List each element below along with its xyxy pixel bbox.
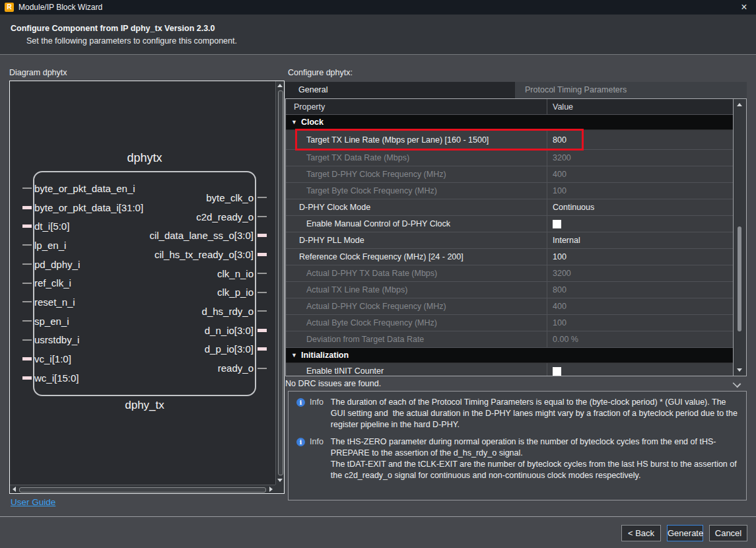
section-label: Initialization: [301, 351, 349, 360]
table-row-d-phy-clock-mode[interactable]: D-PHY Clock ModeContinuous: [286, 199, 733, 216]
collapse-triangle-icon[interactable]: ▼: [291, 352, 297, 359]
chevron-down-icon[interactable]: [733, 380, 741, 388]
output-ports: byte_clk_oc2d_ready_ocil_data_lane_ss_o[…: [88, 188, 254, 378]
bus-port-stub: [258, 329, 267, 332]
value-cell[interactable]: 800: [547, 130, 733, 149]
info-text: The tHS-ZERO parameter during normal ope…: [331, 436, 741, 481]
value-cell[interactable]: 3200: [547, 265, 733, 281]
wire-port-stub: [258, 292, 267, 293]
value-text: 400: [553, 170, 567, 179]
table-row-actual-d-phy-tx-data-rate-mbps[interactable]: Actual D-PHY TX Data Rate (Mbps)3200: [286, 265, 733, 282]
cancel-button[interactable]: Cancel: [709, 525, 747, 541]
bus-port-stub: [258, 347, 267, 351]
scrollbar-thumb[interactable]: [19, 487, 266, 493]
table-row-d-phy-pll-mode[interactable]: D-PHY PLL ModeInternal: [286, 232, 733, 249]
port-clk-p-io: clk_p_io: [88, 283, 254, 302]
section-header-initialization[interactable]: ▼Initialization: [286, 348, 733, 363]
scroll-down-icon[interactable]: [737, 368, 742, 372]
port-d-hs-rdy-o: d_hs_rdy_o: [88, 302, 254, 321]
checkbox-unchecked[interactable]: [553, 220, 561, 228]
value-cell[interactable]: 100: [547, 315, 733, 331]
info-message: iInfoThe duration of each of the Protoco…: [292, 397, 741, 430]
property-cell: Target TX Line Rate (Mbps per Lane) [160…: [286, 135, 547, 145]
table-row-target-byte-clock-frequency-mhz[interactable]: Target Byte Clock Frequency (MHz)100: [286, 183, 733, 199]
value-cell[interactable]: 3200: [547, 150, 733, 166]
section-header-clock[interactable]: ▼Clock: [286, 115, 733, 130]
table-row-enable-manual-control-of-d-phy-clock[interactable]: Enable Manual Control of D-PHY Clock: [286, 216, 733, 232]
scroll-down-icon[interactable]: [277, 479, 283, 482]
wire-port-stub: [258, 273, 267, 274]
close-icon[interactable]: ×: [738, 1, 751, 14]
diagram-vertical-scrollbar[interactable]: [275, 81, 284, 485]
tab-bar: General Protocol Timing Parameters: [285, 82, 747, 98]
module-ip-block-wizard-window: R Module/IP Block Wizard × Configure Com…: [0, 0, 756, 548]
configure-label: Configure dphytx:: [288, 68, 353, 77]
diagram-horizontal-scrollbar[interactable]: [10, 485, 275, 493]
wire-port-stub: [22, 301, 32, 302]
port-d-n-io-3-0: d_n_io[3:0]: [88, 321, 254, 340]
checkbox-unchecked[interactable]: [553, 367, 561, 376]
value-cell[interactable]: 400: [547, 298, 733, 314]
drc-status-bar: No DRC issues are found.: [285, 377, 747, 390]
value-text: Internal: [553, 236, 580, 245]
wizard-header: Configure Component from IP dphy_tx Vers…: [0, 15, 756, 55]
property-cell: Actual D-PHY Clock Frequency (MHz): [286, 302, 547, 311]
table-row-actual-tx-line-rate-mbps[interactable]: Actual TX Line Rate (Mbps)800: [286, 282, 733, 298]
titlebar[interactable]: R Module/IP Block Wizard ×: [0, 0, 756, 15]
table-row-enable-tinit-counter[interactable]: Enable tINIT Counter: [286, 363, 733, 376]
port-label: cil_hs_tx_ready_o[3:0]: [155, 249, 254, 260]
table-vertical-scrollbar[interactable]: [733, 99, 746, 376]
port-label: wc_i[15:0]: [34, 372, 79, 384]
generate-button[interactable]: Generate: [667, 525, 703, 541]
back-button[interactable]: < Back: [621, 525, 661, 541]
port-label: lp_en_i: [34, 240, 66, 251]
port-label: sp_en_i: [34, 316, 69, 327]
value-cell[interactable]: 100: [547, 183, 733, 199]
table-row-target-tx-line-rate-mbps-per-lane-160-1500[interactable]: Target TX Line Rate (Mbps per Lane) [160…: [286, 130, 733, 150]
value-cell[interactable]: 400: [547, 166, 733, 182]
property-cell: Target D-PHY Clock Frequency (MHz): [286, 170, 547, 179]
wire-port-stub: [258, 197, 267, 198]
info-label: Info: [310, 436, 324, 481]
collapse-triangle-icon[interactable]: ▼: [291, 119, 297, 125]
diagram-panel: dphytx byte_or_pkt_data_en_ibyte_or_pkt_…: [9, 81, 285, 494]
table-row-target-tx-data-rate-mbps[interactable]: Target TX Data Rate (Mbps)3200: [286, 150, 733, 166]
port-label: byte_clk_o: [206, 192, 254, 203]
table-row-actual-d-phy-clock-frequency-mhz[interactable]: Actual D-PHY Clock Frequency (MHz)400: [286, 298, 733, 315]
table-row-target-d-phy-clock-frequency-mhz[interactable]: Target D-PHY Clock Frequency (MHz)400: [286, 166, 733, 183]
value-cell[interactable]: 0.00 %: [547, 331, 733, 347]
property-cell: Enable tINIT Counter: [286, 366, 547, 376]
wire-port-stub: [22, 244, 32, 246]
value-cell[interactable]: Continuous: [547, 199, 733, 215]
property-cell: Reference Clock Frequency (MHz) [24 - 20…: [286, 252, 547, 261]
value-cell[interactable]: Internal: [547, 232, 733, 248]
scroll-up-icon[interactable]: [737, 103, 742, 106]
property-table: Property Value ▼ClockTarget TX Line Rate…: [285, 98, 747, 376]
scroll-left-icon[interactable]: [13, 487, 16, 492]
table-row-deviation-from-target-data-rate[interactable]: Deviation from Target Data Rate0.00 %: [286, 331, 733, 348]
scroll-up-icon[interactable]: [277, 84, 283, 87]
wire-port-stub: [258, 310, 267, 312]
module-name: dphy_tx: [33, 399, 256, 412]
drc-status-text: No DRC issues are found.: [285, 379, 381, 388]
port-label: cil_data_lane_ss_o[3:0]: [149, 230, 254, 241]
value-cell[interactable]: 800: [547, 282, 733, 298]
table-row-actual-byte-clock-frequency-mhz[interactable]: Actual Byte Clock Frequency (MHz)100: [286, 315, 733, 331]
scrollbar-thumb[interactable]: [278, 90, 283, 475]
column-header-value[interactable]: Value: [547, 99, 733, 114]
table-row-reference-clock-frequency-mhz-24-200[interactable]: Reference Clock Frequency (MHz) [24 - 20…: [286, 249, 733, 265]
wire-port-stub: [22, 339, 32, 341]
scrollbar-corner: [275, 485, 284, 493]
app-icon: R: [5, 3, 14, 12]
tab-protocol-timing-parameters[interactable]: Protocol Timing Parameters: [515, 82, 747, 98]
user-guide-link[interactable]: User Guide: [11, 497, 55, 507]
value-cell[interactable]: 100: [547, 249, 733, 265]
value-cell[interactable]: [547, 216, 733, 232]
value-cell[interactable]: [547, 363, 733, 376]
scroll-right-icon[interactable]: [269, 487, 273, 492]
column-header-property[interactable]: Property: [286, 102, 547, 112]
scrollbar-thumb[interactable]: [738, 226, 741, 331]
port-label: clk_n_io: [217, 268, 254, 279]
tab-general[interactable]: General: [285, 82, 515, 98]
port-label: pd_dphy_i: [34, 259, 80, 270]
